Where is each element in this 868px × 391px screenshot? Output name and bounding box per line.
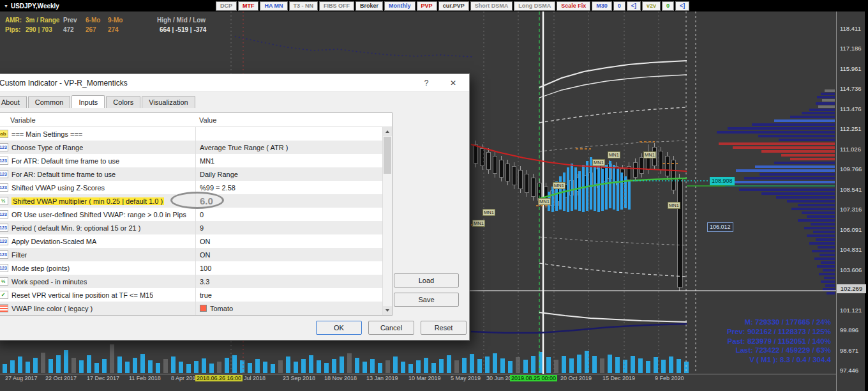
toolbar-button-long-dsma[interactable]: Long DSMA [514, 1, 555, 11]
toolbar-button-0[interactable]: 0 [613, 1, 625, 11]
param-value-cell[interactable]: ON [195, 248, 382, 261]
param-row[interactable]: 123Apply Deviation-Scaled MAON [0, 234, 382, 248]
param-row[interactable]: 123OR Use user-defined Shifted VWAP: ran… [0, 208, 382, 221]
param-value-cell[interactable]: Tomato [195, 302, 382, 315]
reset-button[interactable]: Reset [421, 321, 467, 335]
param-variable-cell: ✓Reset VPR vertical line position at TF … [0, 288, 195, 302]
param-value-cell[interactable]: Average True Range ( ATR ) [195, 141, 382, 154]
param-value-cell[interactable]: 6.0 [195, 194, 382, 208]
table-scrollbar[interactable] [382, 127, 392, 315]
integer-type-icon: 123 [0, 157, 8, 165]
symbol-timeframe-label[interactable]: ▼ USDJPY,Weekly [4, 3, 59, 10]
param-row[interactable]: ½Work speed - in minutes3.3 [0, 275, 382, 288]
param-value-cell[interactable]: MN1 [195, 154, 382, 167]
toolbar-button-short-dsma[interactable]: Short DSMA [470, 1, 513, 11]
time-label: 11 Feb 2018 [129, 375, 161, 381]
toolbar-button--[interactable]: <] [675, 1, 689, 11]
param-value: ON [200, 238, 211, 245]
toolbar-button-scale-fix[interactable]: Scale Fix [557, 1, 590, 11]
param-row[interactable]: ✓Reset VPR vertical line position at TF … [0, 288, 382, 302]
param-variable-cell: 123Period ( default Min. 9: optional 15 … [0, 221, 195, 234]
toolbar-button-cur-pvp[interactable]: cur.PVP [438, 1, 469, 11]
price-tick: 114.736 [840, 85, 862, 92]
toolbar-button-m30[interactable]: M30 [592, 1, 612, 11]
dialog-titlebar[interactable]: Custom Indicator - VP-R_Momenticks ? ✕ [0, 74, 469, 92]
tab-visualization[interactable]: Visualization [142, 96, 195, 108]
scrollbar-thumb[interactable] [384, 137, 391, 174]
toolbar-button-ha-mn[interactable]: HA MN [260, 1, 287, 11]
price-tick: 118.411 [840, 25, 861, 32]
toolbar-button-pvp[interactable]: PVP [417, 1, 437, 11]
param-variable-cell: 123For ATR: Default time frame to use [0, 154, 195, 167]
param-name: For ATR: Default time frame to use [11, 157, 119, 165]
param-row[interactable]: ab=== Main Settings === [0, 127, 382, 141]
integer-type-icon: 123 [0, 250, 8, 259]
param-value-cell[interactable]: 0 [195, 208, 382, 221]
param-value-cell[interactable] [195, 127, 382, 141]
param-variable-cell: ab=== Main Settings === [0, 127, 195, 141]
param-variable-cell: 123Mode step (points) [0, 261, 195, 275]
time-label: 2019.08.25 00:00 [510, 375, 557, 381]
param-row[interactable]: 123Choose Type of RangeAverage True Rang… [0, 141, 382, 154]
param-value-cell[interactable]: Daily Range [195, 167, 382, 181]
param-row[interactable]: 123For ATR: Default time frame to useMN1 [0, 154, 382, 167]
price-tick: 111.026 [840, 146, 861, 153]
hml-values: 664 | -519 | -374 [160, 26, 206, 33]
param-value: ON [200, 251, 211, 259]
param-value-cell[interactable]: true [195, 288, 382, 302]
param-value-cell[interactable]: 9 [195, 221, 382, 234]
param-row[interactable]: 123Period ( default Min. 9: optional 15 … [0, 221, 382, 234]
scroll-up-icon[interactable] [383, 127, 392, 136]
toolbar-button-mtf[interactable]: MTF [238, 1, 259, 11]
scroll-down-icon[interactable] [383, 306, 392, 315]
param-name: Period ( default Min. 9: optional 15 or … [11, 224, 140, 232]
tab-colors[interactable]: Colors [106, 96, 140, 108]
toolbar-button-monthly[interactable]: Monthly [384, 1, 415, 11]
param-value-cell[interactable]: 100 [195, 261, 382, 275]
param-value-cell[interactable]: ON [195, 234, 382, 248]
table-header: Variable Value [0, 113, 392, 127]
param-row[interactable]: 123For AR: Default time frame to useDail… [0, 167, 382, 181]
time-axis[interactable]: 27 Aug 201722 Oct 201717 Dec 201711 Feb … [0, 375, 836, 385]
load-button[interactable]: Load [394, 273, 459, 288]
toolbar-button-t3-nn[interactable]: T3 - NN [289, 1, 318, 11]
price-tick: 97.446 [840, 367, 858, 374]
param-row[interactable]: ½Shifted VWAP multiplier ( min 0.25 | de… [0, 194, 382, 208]
price-tick: 103.606 [840, 266, 862, 273]
param-row[interactable]: VWAP line color ( legacy )Tomato [0, 302, 382, 315]
save-button[interactable]: Save [394, 293, 459, 307]
param-row[interactable]: 123Shifted VWAP using Z-Scores%99 = 2.58 [0, 181, 382, 194]
hml-header: High / Mid / Low [157, 17, 206, 24]
param-row[interactable]: 123Mode step (points)100 [0, 261, 382, 275]
integer-type-icon: 123 [0, 143, 8, 151]
price-tick: 98.671 [840, 347, 858, 354]
param-value-cell[interactable]: %99 = 2.58 [195, 181, 382, 194]
param-value: 0 [200, 211, 204, 218]
ok-button[interactable]: OK [316, 321, 362, 335]
cancel-button[interactable]: Cancel [368, 321, 414, 335]
toolbar-button--[interactable]: <] [627, 1, 641, 11]
price-tick: 106.091 [840, 226, 862, 233]
indicator-properties-dialog: Custom Indicator - VP-R_Momenticks ? ✕ A… [0, 73, 470, 341]
param-name: === Main Settings === [11, 130, 82, 138]
prev-value: 472 [63, 26, 74, 33]
toolbar-button-0[interactable]: 0 [662, 1, 674, 11]
param-value-cell[interactable]: 3.3 [195, 275, 382, 288]
chart-top-toolbar: ▼ USDJPY,Weekly DCPMTFHA MNT3 - NNFIBS O… [0, 0, 868, 12]
tab-about[interactable]: About [0, 96, 27, 108]
param-row[interactable]: 123FilterON [0, 248, 382, 261]
close-icon[interactable]: ✕ [447, 77, 459, 89]
tab-inputs[interactable]: Inputs [71, 95, 105, 108]
tab-common[interactable]: Common [28, 96, 71, 108]
toolbar-button-dcp[interactable]: DCP [216, 1, 237, 11]
toolbar-button-fibs-off[interactable]: FIBS OFF [319, 1, 354, 11]
toolbar-button-broker[interactable]: Broker [355, 1, 383, 11]
volume-stats-line: Past: 823979 / 1152051 / 140% [727, 337, 831, 346]
param-name: Apply Deviation-Scaled MA [11, 238, 96, 245]
price-scale[interactable]: 118.411117.186115.961114.736113.476112.2… [837, 12, 865, 391]
param-value: Average True Range ( ATR ) [200, 144, 288, 151]
integer-type-icon: 123 [0, 264, 8, 272]
toolbar-button-v2v[interactable]: v2v [642, 1, 661, 11]
help-button[interactable]: ? [421, 77, 432, 89]
mo6-header: 6-Mo [86, 17, 100, 24]
